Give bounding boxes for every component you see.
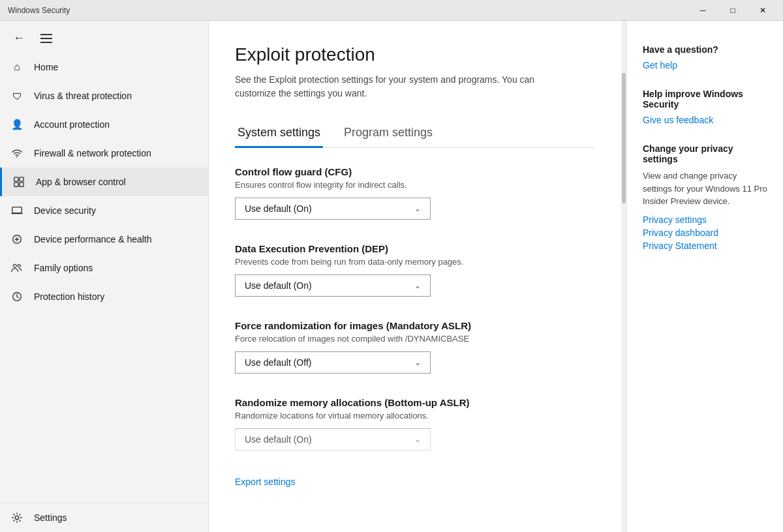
chevron-down-icon: ⌄ <box>414 435 421 444</box>
setting-aslr: Force randomization for images (Mandator… <box>235 320 595 374</box>
sidebar-item-account[interactable]: Account protection <box>0 110 208 139</box>
privacy-settings-link[interactable]: Privacy settings <box>643 214 767 225</box>
app-icon <box>12 175 25 188</box>
export-settings-link[interactable]: Export settings <box>235 477 296 487</box>
privacy-desc: View and change privacy settings for you… <box>643 170 767 208</box>
setting-bottom-aslr-dropdown[interactable]: Use default (On) ⌄ <box>235 428 431 451</box>
sidebar-item-label: Firewall & network protection <box>34 148 151 158</box>
setting-aslr-dropdown[interactable]: Use default (Off) ⌄ <box>235 351 431 374</box>
sidebar-item-label: Account protection <box>34 119 110 130</box>
wifi-icon <box>10 147 23 160</box>
setting-dep-dropdown[interactable]: Use default (On) ⌄ <box>235 274 431 297</box>
chevron-down-icon: ⌄ <box>414 204 421 213</box>
back-button[interactable]: ← <box>10 29 27 48</box>
privacy-dashboard-link[interactable]: Privacy dashboard <box>643 228 767 238</box>
close-button[interactable]: ✕ <box>748 0 778 21</box>
setting-bottom-aslr-title: Randomize memory allocations (Bottom-up … <box>235 397 595 408</box>
sidebar-item-label: Protection history <box>34 291 104 302</box>
app-container: ← Home Virus & threat protection Account… <box>0 21 783 532</box>
sidebar-item-label: Device performance & health <box>34 234 152 244</box>
sidebar-item-firewall[interactable]: Firewall & network protection <box>0 139 208 168</box>
app-title: Windows Security <box>8 6 70 15</box>
page-title: Exploit protection <box>235 44 595 65</box>
help-heading: Have a question? <box>643 44 767 55</box>
health-icon <box>10 233 23 246</box>
sidebar-spacer <box>0 311 208 503</box>
sidebar-item-family[interactable]: Family options <box>0 254 208 282</box>
setting-cfg-dropdown[interactable]: Use default (On) ⌄ <box>235 198 431 220</box>
page-description: See the Exploit protection settings for … <box>235 73 574 100</box>
hamburger-line <box>40 42 52 43</box>
setting-dep-desc: Prevents code from being run from data-o… <box>235 257 595 267</box>
sidebar-item-settings[interactable]: Settings <box>0 503 208 532</box>
setting-aslr-desc: Force relocation of images not compiled … <box>235 334 595 344</box>
laptop-icon <box>10 204 23 217</box>
sidebar-settings-section: Settings <box>0 503 208 532</box>
scrollbar-thumb[interactable] <box>622 73 626 203</box>
hamburger-line <box>40 38 52 39</box>
sidebar-item-label: Device security <box>34 205 96 216</box>
privacy-heading: Change your privacy settings <box>643 143 767 164</box>
setting-dep-title: Data Execution Prevention (DEP) <box>235 243 595 254</box>
svg-point-6 <box>13 264 16 267</box>
setting-bottom-aslr: Randomize memory allocations (Bottom-up … <box>235 397 595 451</box>
feedback-link[interactable]: Give us feedback <box>643 115 767 125</box>
sidebar-top: ← <box>0 21 208 53</box>
sidebar-item-health[interactable]: Device performance & health <box>0 225 208 254</box>
improve-heading: Help improve Windows Security <box>643 89 767 110</box>
svg-rect-5 <box>12 207 22 213</box>
svg-rect-2 <box>20 177 23 181</box>
sidebar-item-home[interactable]: Home <box>0 53 208 81</box>
family-icon <box>10 261 23 274</box>
sidebar-item-label: App & browser control <box>36 177 126 187</box>
setting-cfg: Control flow guard (CFG) Ensures control… <box>235 166 595 220</box>
maximize-button[interactable]: □ <box>718 0 748 21</box>
privacy-section: Change your privacy settings View and ch… <box>643 143 767 251</box>
setting-dep: Data Execution Prevention (DEP) Prevents… <box>235 243 595 297</box>
title-bar: Windows Security ─ □ ✕ <box>0 0 783 21</box>
improve-section: Help improve Windows Security Give us fe… <box>643 89 767 125</box>
help-section: Have a question? Get help <box>643 44 767 70</box>
svg-rect-3 <box>14 183 18 186</box>
privacy-statement-link[interactable]: Privacy Statement <box>643 241 767 251</box>
gear-icon <box>10 511 23 524</box>
svg-point-0 <box>16 156 18 158</box>
svg-point-9 <box>15 516 18 519</box>
setting-cfg-title: Control flow guard (CFG) <box>235 166 595 177</box>
window-controls: ─ □ ✕ <box>688 0 778 21</box>
content-area: Exploit protection See the Exploit prote… <box>209 21 621 532</box>
chevron-down-icon: ⌄ <box>414 358 421 367</box>
chevron-down-icon: ⌄ <box>414 281 421 290</box>
sidebar-item-label: Home <box>34 62 58 72</box>
person-icon <box>10 118 23 131</box>
sidebar-item-label: Virus & threat protection <box>34 91 132 101</box>
right-panel: Have a question? Get help Help improve W… <box>626 21 783 532</box>
svg-rect-1 <box>14 177 18 181</box>
sidebar-item-virus[interactable]: Virus & threat protection <box>0 81 208 110</box>
sidebar-item-history[interactable]: Protection history <box>0 282 208 311</box>
svg-rect-4 <box>20 183 23 186</box>
shield-icon <box>10 89 23 102</box>
sidebar-item-app[interactable]: App & browser control <box>0 168 208 196</box>
sidebar-item-device-security[interactable]: Device security <box>0 196 208 225</box>
setting-cfg-desc: Ensures control flow integrity for indir… <box>235 180 595 190</box>
dropdown-value: Use default (On) <box>245 280 312 291</box>
main-content: Exploit protection See the Exploit prote… <box>209 21 783 532</box>
minimize-button[interactable]: ─ <box>688 0 718 21</box>
sidebar: ← Home Virus & threat protection Account… <box>0 21 209 532</box>
svg-point-7 <box>18 265 20 267</box>
tab-program-settings[interactable]: Program settings <box>341 119 435 148</box>
dropdown-value: Use default (On) <box>245 203 312 214</box>
sidebar-item-label: Family options <box>34 263 93 273</box>
hamburger-line <box>40 34 52 35</box>
dropdown-value: Use default (Off) <box>245 357 311 368</box>
hamburger-menu[interactable] <box>38 31 55 46</box>
history-icon <box>10 290 23 303</box>
sidebar-item-label: Settings <box>34 512 67 523</box>
home-icon <box>10 61 23 74</box>
setting-bottom-aslr-desc: Randomize locations for virtual memory a… <box>235 411 595 421</box>
tab-system-settings[interactable]: System settings <box>235 119 323 148</box>
scrollbar[interactable] <box>621 21 626 532</box>
dropdown-value: Use default (On) <box>245 434 312 445</box>
get-help-link[interactable]: Get help <box>643 60 767 70</box>
